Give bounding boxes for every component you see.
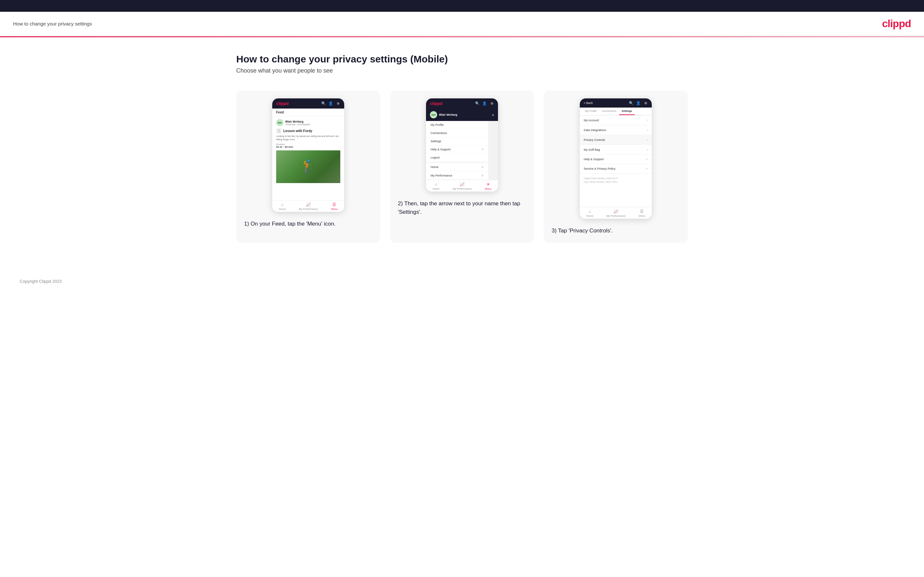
phone-2-logo: clippd (430, 101, 443, 106)
menu-my-profile[interactable]: My Profile (426, 121, 488, 129)
chevron-icon: › (647, 118, 648, 122)
phone-2-icons: 🔍 👤 ⊕ (475, 102, 494, 106)
dropdown-right (488, 121, 498, 180)
menu-icon: ☰ (333, 202, 336, 207)
header: How to change your privacy settings clip… (0, 12, 924, 36)
step-3-phone: < Back 🔍 👤 ⊕ My Profile Connections (580, 98, 652, 219)
section-home[interactable]: Home ∨ (426, 163, 488, 171)
step-3-desc: 3) Tap 'Privacy Controls'. (552, 227, 680, 235)
step-2-desc: 2) Then, tap the arrow next to your name… (398, 200, 526, 216)
post-user-name: Blair McHarg (285, 120, 310, 123)
menu-help-support[interactable]: Help & Support ↗ (426, 145, 488, 154)
footer: Copyright Clippd 2022 (0, 272, 924, 290)
chevron-icon-4: › (647, 148, 648, 152)
home-icon-2: ⌂ (435, 182, 437, 187)
settings-icon: ⊕ (336, 102, 340, 106)
chevron-icon-2: › (647, 128, 648, 132)
search-icon-2: 🔍 (475, 102, 480, 106)
menu-icon-3: ☰ (640, 209, 644, 214)
phone-1-tabbar: ⌂ Home 📈 My Performance ☰ Menu (272, 200, 344, 212)
post-duration: Duration 01 hr : 30 min (276, 143, 340, 148)
steps-row: clippd 🔍 👤 ⊕ Feed BM Blair McHarg (236, 90, 688, 243)
home-icon: ⌂ (281, 202, 283, 207)
back-button[interactable]: < Back (584, 102, 593, 105)
performance-icon-3: 📈 (614, 209, 619, 214)
page-subheading: Choose what you want people to see (236, 67, 688, 74)
tab-home-2[interactable]: ⌂ Home (433, 182, 439, 190)
tab-performance-2[interactable]: 📈 My Performance (452, 182, 472, 190)
phone-1-icons: 🔍 👤 ⊕ (321, 102, 340, 106)
avatar: BM (276, 119, 283, 126)
user-icon-2: 👤 (482, 102, 487, 106)
section-performance[interactable]: My Performance ∨ (426, 171, 488, 180)
page-heading: How to change your privacy settings (Mob… (236, 53, 688, 65)
phone-1-logo: clippd (276, 101, 289, 106)
dropdown-avatar: BM (430, 111, 437, 118)
user-icon-3: 👤 (636, 101, 641, 105)
post-title-row: 📋 Lesson with Fordy (276, 128, 340, 134)
tab-settings[interactable]: Settings (619, 108, 635, 115)
tab-home-3[interactable]: ⌂ Home (586, 209, 593, 218)
step-1-desc: 1) On your Feed, tap the 'Menu' icon. (244, 220, 372, 228)
settings-tabs: My Profile Connections Settings (580, 108, 652, 115)
logo: clippd (882, 18, 911, 30)
step-1-phone: clippd 🔍 👤 ⊕ Feed BM Blair McHarg (272, 98, 344, 212)
tab-performance[interactable]: 📈 My Performance (299, 202, 318, 211)
header-title: How to change your privacy settings (13, 21, 92, 26)
menu-settings[interactable]: Settings (426, 137, 488, 145)
tab-performance-3[interactable]: 📈 My Performance (606, 209, 625, 218)
version-info: Clippd Client Version: 2022.8.3-3 GQL Se… (580, 174, 652, 187)
post-desc: Looking to feel like my hands are exitin… (276, 135, 340, 141)
dropdown-user-row[interactable]: BM Blair McHarg ∧ (426, 108, 498, 121)
top-bar (0, 0, 924, 12)
feed-label: Feed (272, 108, 344, 116)
user-icon: 👤 (328, 102, 333, 106)
menu-connections[interactable]: Connections (426, 129, 488, 137)
copyright-text: Copyright Clippd 2022 (19, 279, 62, 284)
search-icon-3: 🔍 (629, 101, 633, 105)
phone-3-tabbar: ⌂ Home 📈 My Performance ☰ Menu (580, 207, 652, 219)
dropdown-chevron-icon: ∧ (492, 113, 494, 117)
performance-icon: 📈 (306, 202, 311, 207)
settings-data-integrations[interactable]: Data Integrations › (580, 125, 652, 135)
ext-icon-3: ↗ (646, 168, 648, 170)
tab-connections[interactable]: Connections (599, 108, 619, 115)
tab-menu[interactable]: ☰ Menu (331, 202, 338, 211)
performance-icon-2: 📈 (460, 182, 465, 187)
post-title: Lesson with Fordy (283, 129, 312, 133)
phone-1-navbar: clippd 🔍 👤 ⊕ (272, 98, 344, 108)
search-icon: 🔍 (321, 102, 326, 106)
phone-1-content: Feed BM Blair McHarg Yesterday · Sunning… (272, 108, 344, 200)
dropdown-section: Home ∨ My Performance ∨ (426, 163, 488, 180)
close-icon: ✕ (486, 182, 490, 187)
settings-list: My Account › Data Integrations › Privacy… (580, 115, 652, 207)
golfer-silhouette: 🏌️ (300, 159, 317, 174)
ext-icon-2: ↗ (646, 158, 648, 161)
settings-privacy-controls[interactable]: Privacy Controls › (580, 135, 652, 145)
phone-2-content: My Profile Connections Settings Help & S… (426, 121, 498, 180)
dropdown-left: My Profile Connections Settings Help & S… (426, 121, 488, 180)
tab-my-profile[interactable]: My Profile (582, 108, 599, 115)
tab-menu-3[interactable]: ☰ Menu (639, 209, 645, 218)
golf-image: 🏌️ (276, 150, 340, 183)
tab-close[interactable]: ✕ Menu (485, 182, 491, 190)
post-type-icon: 📋 (276, 128, 281, 134)
post-header: BM Blair McHarg Yesterday · Sunningdale (276, 119, 340, 126)
chevron-icon-3: › (647, 138, 648, 142)
settings-my-golf-bag[interactable]: My Golf Bag › (580, 145, 652, 155)
tab-home[interactable]: ⌂ Home (279, 202, 286, 211)
section-performance-chevron: ∨ (481, 174, 484, 177)
settings-my-account[interactable]: My Account › (580, 115, 652, 125)
settings-icon-3: ⊕ (643, 101, 648, 105)
settings-back-row: < Back 🔍 👤 ⊕ (580, 98, 652, 108)
menu-logout[interactable]: Logout (426, 154, 488, 162)
post-user-sub: Yesterday · Sunningdale (285, 123, 310, 126)
settings-icon-2: ⊕ (489, 102, 494, 106)
step-1-card: clippd 🔍 👤 ⊕ Feed BM Blair McHarg (236, 90, 380, 243)
settings-help-support[interactable]: Help & Support ↗ (580, 155, 652, 164)
main-content: How to change your privacy settings (Mob… (216, 37, 708, 259)
step-3-card: < Back 🔍 👤 ⊕ My Profile Connections (544, 90, 688, 243)
dropdown-user-name: Blair McHarg (439, 113, 457, 116)
settings-service-privacy[interactable]: Service & Privacy Policy ↗ (580, 164, 652, 174)
section-home-chevron: ∨ (481, 165, 484, 169)
